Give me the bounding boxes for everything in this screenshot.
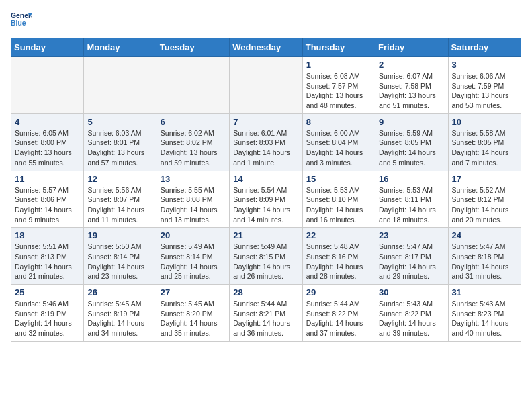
weekday-header-thursday: Thursday xyxy=(302,38,375,57)
day-info: Sunrise: 5:43 AM Sunset: 8:23 PM Dayligh… xyxy=(452,299,517,338)
calendar-cell: 12Sunrise: 5:56 AM Sunset: 8:07 PM Dayli… xyxy=(84,171,157,228)
day-number: 26 xyxy=(87,287,152,298)
day-info: Sunrise: 5:50 AM Sunset: 8:14 PM Dayligh… xyxy=(87,242,152,281)
day-info: Sunrise: 5:54 AM Sunset: 8:09 PM Dayligh… xyxy=(233,185,298,225)
day-info: Sunrise: 6:06 AM Sunset: 7:59 PM Dayligh… xyxy=(452,71,517,111)
day-info: Sunrise: 5:49 AM Sunset: 8:15 PM Dayligh… xyxy=(233,242,298,281)
day-info: Sunrise: 5:55 AM Sunset: 8:08 PM Dayligh… xyxy=(161,185,226,225)
calendar-cell: 17Sunrise: 5:52 AM Sunset: 8:12 PM Dayli… xyxy=(448,171,521,228)
day-number: 8 xyxy=(306,117,371,127)
day-info: Sunrise: 5:44 AM Sunset: 8:21 PM Dayligh… xyxy=(233,299,298,338)
day-number: 15 xyxy=(306,174,371,184)
day-info: Sunrise: 6:05 AM Sunset: 8:00 PM Dayligh… xyxy=(15,128,80,168)
calendar-table: SundayMondayTuesdayWednesdayThursdayFrid… xyxy=(11,38,521,342)
calendar-cell: 8Sunrise: 6:00 AM Sunset: 8:04 PM Daylig… xyxy=(302,113,375,171)
calendar-week-4: 18Sunrise: 5:51 AM Sunset: 8:13 PM Dayli… xyxy=(11,228,521,285)
logo: General Blue xyxy=(11,11,32,30)
calendar-cell: 9Sunrise: 5:59 AM Sunset: 8:05 PM Daylig… xyxy=(375,113,448,171)
calendar-cell: 30Sunrise: 5:43 AM Sunset: 8:22 PM Dayli… xyxy=(375,285,448,342)
day-number: 3 xyxy=(452,60,517,70)
calendar-cell: 23Sunrise: 5:47 AM Sunset: 8:17 PM Dayli… xyxy=(375,228,448,285)
calendar-cell: 16Sunrise: 5:53 AM Sunset: 8:11 PM Dayli… xyxy=(375,171,448,228)
calendar-header: SundayMondayTuesdayWednesdayThursdayFrid… xyxy=(11,38,521,57)
calendar-cell: 20Sunrise: 5:49 AM Sunset: 8:14 PM Dayli… xyxy=(157,228,229,285)
day-number: 16 xyxy=(379,174,444,184)
day-info: Sunrise: 5:57 AM Sunset: 8:06 PM Dayligh… xyxy=(15,185,80,225)
day-info: Sunrise: 5:45 AM Sunset: 8:19 PM Dayligh… xyxy=(87,299,152,338)
day-number: 13 xyxy=(161,174,226,184)
day-info: Sunrise: 5:45 AM Sunset: 8:20 PM Dayligh… xyxy=(161,299,226,338)
calendar-body: 1Sunrise: 6:08 AM Sunset: 7:57 PM Daylig… xyxy=(11,57,521,342)
calendar-cell: 26Sunrise: 5:45 AM Sunset: 8:19 PM Dayli… xyxy=(84,285,157,342)
day-info: Sunrise: 5:56 AM Sunset: 8:07 PM Dayligh… xyxy=(87,185,152,225)
calendar-cell: 7Sunrise: 6:01 AM Sunset: 8:03 PM Daylig… xyxy=(230,113,302,171)
day-info: Sunrise: 6:07 AM Sunset: 7:58 PM Dayligh… xyxy=(379,71,444,111)
day-number: 11 xyxy=(15,174,80,184)
calendar-cell: 3Sunrise: 6:06 AM Sunset: 7:59 PM Daylig… xyxy=(448,57,521,114)
calendar-week-1: 1Sunrise: 6:08 AM Sunset: 7:57 PM Daylig… xyxy=(11,57,521,114)
calendar-cell: 6Sunrise: 6:02 AM Sunset: 8:02 PM Daylig… xyxy=(157,113,229,171)
calendar-cell: 15Sunrise: 5:53 AM Sunset: 8:10 PM Dayli… xyxy=(302,171,375,228)
calendar-cell xyxy=(11,57,84,114)
weekday-header-tuesday: Tuesday xyxy=(157,38,229,57)
day-number: 22 xyxy=(306,230,371,240)
day-info: Sunrise: 6:08 AM Sunset: 7:57 PM Dayligh… xyxy=(306,71,371,111)
day-info: Sunrise: 5:47 AM Sunset: 8:17 PM Dayligh… xyxy=(379,242,444,281)
weekday-header-sunday: Sunday xyxy=(11,38,84,57)
day-number: 7 xyxy=(233,117,298,127)
calendar-cell: 19Sunrise: 5:50 AM Sunset: 8:14 PM Dayli… xyxy=(84,228,157,285)
day-number: 30 xyxy=(379,287,444,298)
day-number: 20 xyxy=(161,230,226,240)
calendar-cell: 25Sunrise: 5:46 AM Sunset: 8:19 PM Dayli… xyxy=(11,285,84,342)
calendar-cell xyxy=(157,57,229,114)
day-number: 24 xyxy=(452,230,517,240)
day-number: 19 xyxy=(87,230,152,240)
day-info: Sunrise: 6:03 AM Sunset: 8:01 PM Dayligh… xyxy=(87,128,152,168)
day-info: Sunrise: 5:53 AM Sunset: 8:10 PM Dayligh… xyxy=(306,185,371,225)
day-number: 27 xyxy=(161,287,226,298)
day-info: Sunrise: 6:01 AM Sunset: 8:03 PM Dayligh… xyxy=(233,128,298,168)
day-info: Sunrise: 5:59 AM Sunset: 8:05 PM Dayligh… xyxy=(379,128,444,168)
calendar-cell: 10Sunrise: 5:58 AM Sunset: 8:05 PM Dayli… xyxy=(448,113,521,171)
day-info: Sunrise: 5:46 AM Sunset: 8:19 PM Dayligh… xyxy=(15,299,80,338)
weekday-header-monday: Monday xyxy=(84,38,157,57)
calendar-cell: 27Sunrise: 5:45 AM Sunset: 8:20 PM Dayli… xyxy=(157,285,229,342)
day-info: Sunrise: 5:58 AM Sunset: 8:05 PM Dayligh… xyxy=(452,128,517,168)
calendar-cell: 13Sunrise: 5:55 AM Sunset: 8:08 PM Dayli… xyxy=(157,171,229,228)
day-info: Sunrise: 5:44 AM Sunset: 8:22 PM Dayligh… xyxy=(306,299,371,338)
calendar-cell: 1Sunrise: 6:08 AM Sunset: 7:57 PM Daylig… xyxy=(302,57,375,114)
day-number: 25 xyxy=(15,287,80,298)
calendar-cell xyxy=(230,57,302,114)
calendar-cell: 31Sunrise: 5:43 AM Sunset: 8:23 PM Dayli… xyxy=(448,285,521,342)
day-number: 31 xyxy=(452,287,517,298)
logo-icon: General Blue xyxy=(11,11,32,30)
calendar-cell: 29Sunrise: 5:44 AM Sunset: 8:22 PM Dayli… xyxy=(302,285,375,342)
calendar-cell: 18Sunrise: 5:51 AM Sunset: 8:13 PM Dayli… xyxy=(11,228,84,285)
day-number: 6 xyxy=(161,117,226,127)
day-number: 5 xyxy=(87,117,152,127)
calendar-week-5: 25Sunrise: 5:46 AM Sunset: 8:19 PM Dayli… xyxy=(11,285,521,342)
calendar-cell: 28Sunrise: 5:44 AM Sunset: 8:21 PM Dayli… xyxy=(230,285,302,342)
day-number: 4 xyxy=(15,117,80,127)
day-number: 28 xyxy=(233,287,298,298)
weekday-header-wednesday: Wednesday xyxy=(230,38,302,57)
day-info: Sunrise: 6:02 AM Sunset: 8:02 PM Dayligh… xyxy=(161,128,226,168)
calendar-week-3: 11Sunrise: 5:57 AM Sunset: 8:06 PM Dayli… xyxy=(11,171,521,228)
day-number: 10 xyxy=(452,117,517,127)
day-number: 2 xyxy=(379,60,444,70)
calendar-cell: 14Sunrise: 5:54 AM Sunset: 8:09 PM Dayli… xyxy=(230,171,302,228)
day-info: Sunrise: 5:52 AM Sunset: 8:12 PM Dayligh… xyxy=(452,185,517,225)
day-number: 18 xyxy=(15,230,80,240)
page-header: General Blue xyxy=(11,11,521,30)
day-number: 9 xyxy=(379,117,444,127)
calendar-cell: 22Sunrise: 5:48 AM Sunset: 8:16 PM Dayli… xyxy=(302,228,375,285)
day-info: Sunrise: 5:53 AM Sunset: 8:11 PM Dayligh… xyxy=(379,185,444,225)
day-number: 29 xyxy=(306,287,371,298)
weekday-header-saturday: Saturday xyxy=(448,38,521,57)
day-info: Sunrise: 5:48 AM Sunset: 8:16 PM Dayligh… xyxy=(306,242,371,281)
day-info: Sunrise: 5:49 AM Sunset: 8:14 PM Dayligh… xyxy=(161,242,226,281)
weekday-header-friday: Friday xyxy=(375,38,448,57)
calendar-cell: 2Sunrise: 6:07 AM Sunset: 7:58 PM Daylig… xyxy=(375,57,448,114)
day-info: Sunrise: 6:00 AM Sunset: 8:04 PM Dayligh… xyxy=(306,128,371,168)
svg-text:Blue: Blue xyxy=(11,19,26,27)
